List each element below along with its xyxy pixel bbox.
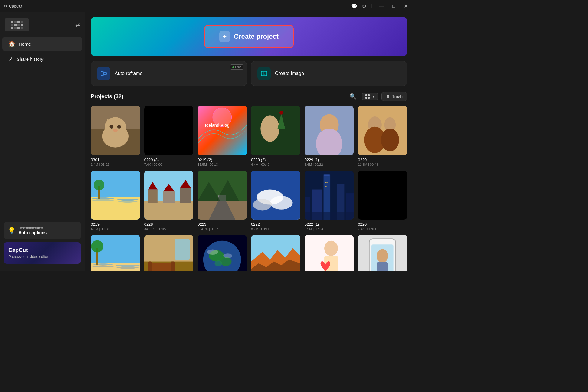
project-thumbnail [358, 171, 407, 220]
project-meta: 4.3M | 00:08 [91, 227, 140, 231]
project-item[interactable]: 0229 (2) 4.4M | 00:49 [251, 106, 300, 166]
project-item[interactable] [198, 235, 247, 271]
project-name: 0226 [358, 222, 407, 227]
create-image-icon [257, 67, 271, 80]
project-item[interactable]: 0301 1.4M | 01:02 [91, 106, 140, 166]
svg-rect-42 [180, 188, 191, 203]
app-logo-icon: ✂ [4, 4, 7, 8]
project-name: 0223 [198, 222, 247, 227]
capcut-promo-subtitle: Professional video editor [8, 255, 76, 259]
auto-reframe-icon [97, 67, 110, 80]
project-name: 0219 [91, 222, 140, 227]
svg-point-14 [110, 125, 114, 129]
project-name: 0229 [358, 158, 407, 162]
project-thumbnail [305, 106, 354, 155]
project-meta: 1.4M | 01:02 [91, 163, 140, 166]
projects-title-area: Projects (32) [91, 93, 123, 100]
project-thumbnail [358, 235, 407, 271]
project-item[interactable]: 0229 (3) 7.4K | 00:00 [144, 106, 194, 166]
project-thumbnail [144, 171, 194, 220]
project-item[interactable]: 0228 341.9K | 00:05 [144, 171, 194, 231]
svg-rect-7 [368, 97, 370, 99]
auto-captions-label: Auto captions [18, 230, 47, 235]
svg-text:Iceland Vlog: Iceland Vlog [205, 123, 230, 128]
project-item[interactable]: 0223 654.7K | 00:05 [198, 171, 247, 231]
capcut-promo-card[interactable]: CapCut Professional video editor [4, 242, 81, 264]
project-thumbnail [305, 171, 354, 220]
sidebar-item-home[interactable]: 🏠 Home [2, 37, 82, 51]
svg-rect-61 [327, 182, 328, 183]
project-meta: 5.6M | 00:22 [305, 163, 354, 166]
svg-point-82 [223, 254, 232, 258]
trash-label: Trash [392, 94, 403, 99]
create-image-card[interactable]: Create image [251, 61, 407, 86]
project-thumbnail: beach [91, 235, 140, 271]
create-project-button[interactable]: + Create project [204, 25, 294, 48]
svg-rect-37 [144, 201, 194, 220]
projects-tools: 🔍 ▼ 🗑 Trash [347, 92, 407, 101]
project-meta: 6.9M | 00:13 [305, 227, 354, 231]
project-item[interactable] [144, 235, 194, 271]
svg-rect-55 [324, 174, 330, 176]
recommended-auto-captions-card[interactable]: 💡 Recommended Auto captions [4, 222, 81, 239]
auto-reframe-card[interactable]: Auto reframe Free [91, 61, 247, 86]
minimize-button[interactable]: — [377, 3, 386, 9]
project-item[interactable]: Iceland Vlog 0219 (2) 11.5M | 00:13 [198, 106, 247, 166]
project-item[interactable] [358, 235, 407, 271]
svg-point-23 [279, 111, 283, 115]
trash-icon: 🗑 [386, 94, 390, 99]
home-label: Home [19, 41, 31, 47]
switch-account-button[interactable]: ⇄ [75, 21, 80, 28]
svg-point-80 [215, 260, 222, 266]
project-thumbnail [251, 235, 300, 271]
project-name: 0229 (2) [251, 158, 300, 162]
svg-rect-2 [261, 71, 267, 76]
window-controls: 💬 ⚙ | — □ ✕ [351, 3, 410, 10]
svg-rect-0 [101, 71, 103, 76]
tool-cards: Auto reframe Free Create image [91, 61, 407, 86]
svg-point-16 [113, 129, 118, 132]
project-thumbnail [358, 106, 407, 155]
project-item[interactable] [305, 235, 354, 271]
project-name: 0219 (2) [198, 158, 247, 162]
svg-point-67 [91, 240, 103, 253]
project-item[interactable]: beach [91, 235, 140, 271]
project-thumbnail [305, 235, 354, 271]
search-button[interactable]: 🔍 [347, 92, 359, 101]
view-toggle-button[interactable]: ▼ [362, 93, 378, 100]
home-icon: 🏠 [8, 41, 15, 47]
sidebar: ⇄ 🏠 Home ↗ Share history 💡 Recommended A… [0, 12, 85, 271]
project-name: 0222 [251, 222, 300, 227]
project-thumbnail [251, 106, 300, 155]
avatar[interactable] [5, 18, 29, 31]
project-item[interactable]: 0222 8.7M | 00:11 [251, 171, 300, 231]
recommended-label: Recommended [18, 226, 47, 230]
project-item[interactable]: 0226 7.4K | 00:00 [358, 171, 407, 231]
rec-text-area: Recommended Auto captions [18, 226, 47, 235]
title-bar: ✂ CapCut 💬 ⚙ | — □ ✕ [0, 0, 413, 12]
project-item[interactable]: 0229 (1) 5.6M | 00:22 [305, 106, 354, 166]
trash-button[interactable]: 🗑 Trash [381, 92, 407, 101]
svg-point-3 [263, 72, 264, 74]
project-meta: 7.4K | 00:00 [144, 163, 194, 166]
maximize-button[interactable]: □ [390, 3, 397, 9]
close-button[interactable]: ✕ [402, 3, 410, 10]
project-thumbnail [91, 171, 140, 220]
svg-point-31 [381, 129, 399, 151]
svg-point-21 [260, 115, 279, 142]
avatar-area: ⇄ [0, 16, 85, 36]
chat-icon[interactable]: 💬 [351, 3, 357, 9]
project-item[interactable]: 0229 11.8M | 00:48 [358, 106, 407, 166]
svg-point-52 [253, 199, 272, 211]
free-badge: Free [230, 64, 243, 70]
create-image-label: Create image [275, 71, 304, 76]
project-name: 0222 (1) [305, 222, 354, 227]
project-item[interactable]: 0219 4.3M | 00:08 [91, 171, 140, 231]
project-item[interactable] [251, 235, 300, 271]
settings-icon[interactable]: ⚙ [362, 3, 366, 9]
projects-header: Projects (32) 🔍 ▼ 🗑 Trash [91, 92, 407, 101]
project-meta: 341.9K | 00:05 [144, 227, 194, 231]
project-item[interactable]: 0222 (1) 6.9M | 00:13 [305, 171, 354, 231]
svg-point-87 [324, 241, 338, 256]
sidebar-item-share-history[interactable]: ↗ Share history [2, 52, 82, 66]
